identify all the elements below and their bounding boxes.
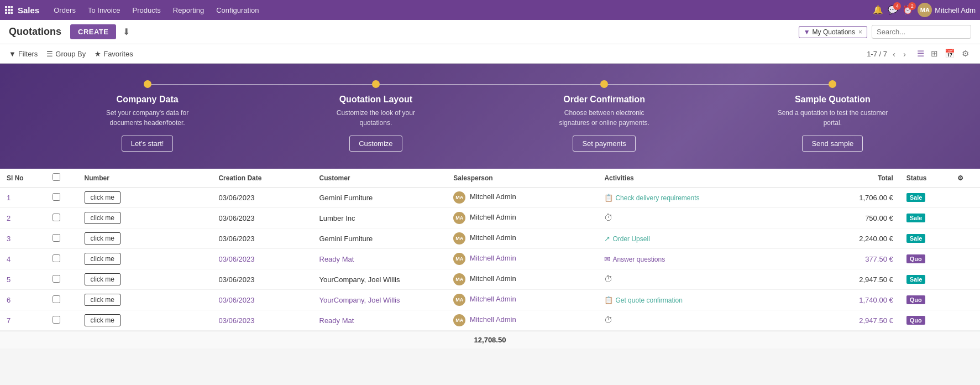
- cell-slno: 7: [0, 310, 46, 331]
- salesperson-avatar: MA: [453, 273, 465, 285]
- menu-orders[interactable]: Orders: [48, 4, 81, 17]
- search-tag-remove[interactable]: ×: [858, 28, 862, 36]
- menu-products[interactable]: Products: [127, 4, 166, 17]
- salesperson-avatar: MA: [453, 253, 465, 265]
- row-checkbox[interactable]: [53, 254, 60, 262]
- salesperson-name: Mitchell Admin: [470, 213, 516, 221]
- row-checkbox[interactable]: [53, 316, 60, 324]
- slno-value: 4: [7, 255, 11, 263]
- page-title: Quotations: [9, 26, 61, 38]
- apps-menu-icon[interactable]: [4, 6, 13, 14]
- user-avatar: MA: [918, 3, 932, 17]
- notification-icon[interactable]: 🔔: [873, 5, 883, 15]
- settings-view-icon[interactable]: ⚙: [960, 48, 971, 60]
- click-me-button[interactable]: click me: [85, 191, 120, 204]
- step-dot-2: [372, 80, 380, 88]
- cell-slno: 4: [0, 249, 46, 269]
- banner-step-sample: Sample Quotation Send a quotation to tes…: [719, 80, 947, 152]
- cell-total: 377.50 €: [816, 249, 900, 269]
- header-number[interactable]: Number: [78, 169, 212, 188]
- step-btn-4[interactable]: Send sample: [802, 136, 863, 152]
- kanban-view-icon[interactable]: ⊞: [929, 48, 940, 60]
- row-checkbox[interactable]: [53, 234, 60, 242]
- slno-value: 6: [7, 296, 11, 304]
- prev-page-icon[interactable]: ‹: [890, 48, 898, 60]
- search-tag-label: My Quotations: [813, 28, 855, 36]
- click-me-button[interactable]: click me: [85, 212, 120, 224]
- click-me-button[interactable]: click me: [85, 314, 120, 326]
- cell-salesperson: MA Mitchell Admin: [447, 228, 598, 249]
- cell-date: 03/06/2023: [212, 208, 312, 228]
- favorites-button[interactable]: ★ Favorites: [95, 50, 133, 58]
- filters-label: Filters: [18, 50, 38, 58]
- topnav-right: 🔔 💬 4 ⏰ 2 MA Mitchell Adm: [873, 3, 976, 17]
- cell-extra: [951, 208, 980, 228]
- cell-check: [46, 310, 78, 331]
- list-view-icon[interactable]: ☰: [915, 48, 926, 60]
- header-total[interactable]: Total: [816, 169, 900, 188]
- row-checkbox[interactable]: [53, 193, 60, 201]
- cell-extra: [951, 228, 980, 249]
- user-menu[interactable]: MA Mitchell Adm: [918, 3, 976, 17]
- click-me-button[interactable]: click me: [85, 273, 120, 285]
- cell-check: [46, 208, 78, 228]
- step-title-4: Sample Quotation: [795, 95, 871, 105]
- salesperson-name: Mitchell Admin: [470, 295, 516, 303]
- activity-icon: ↗: [604, 235, 610, 243]
- cell-salesperson: MA Mitchell Admin: [447, 208, 598, 228]
- salesperson-name: Mitchell Admin: [470, 254, 516, 262]
- cell-check: [46, 290, 78, 310]
- brand-label: Sales: [18, 6, 39, 15]
- search-input[interactable]: [872, 25, 971, 39]
- cell-customer: Ready Mat: [313, 249, 447, 269]
- cell-slno: 2: [0, 208, 46, 228]
- click-me-button[interactable]: click me: [85, 232, 120, 244]
- clock-icon[interactable]: ⏰ 2: [903, 5, 913, 15]
- create-button[interactable]: CREATE: [70, 24, 116, 39]
- salesperson-avatar: MA: [453, 314, 465, 326]
- header-salesperson[interactable]: Salesperson: [447, 169, 598, 188]
- header-settings[interactable]: ⚙: [951, 169, 980, 188]
- step-title-2: Quotation Layout: [339, 95, 412, 105]
- salesperson-name: Mitchell Admin: [470, 274, 516, 283]
- cell-slno: 6: [0, 290, 46, 310]
- cell-extra: [951, 188, 980, 208]
- menu-configuration[interactable]: Configuration: [211, 4, 264, 17]
- cell-activities: ⏱: [598, 269, 816, 290]
- header-customer[interactable]: Customer: [313, 169, 447, 188]
- cell-check: [46, 249, 78, 269]
- banner-step-confirmation: Order Confirmation Choose between electr…: [490, 80, 719, 152]
- row-checkbox[interactable]: [53, 295, 60, 303]
- chat-icon[interactable]: 💬 4: [888, 5, 898, 15]
- select-all-checkbox[interactable]: [53, 173, 60, 181]
- calendar-view-icon[interactable]: 📅: [942, 48, 957, 60]
- groupby-button[interactable]: ☰ Group By: [46, 50, 86, 58]
- filters-button[interactable]: ▼ Filters: [9, 50, 38, 58]
- cell-number: click me: [78, 310, 212, 331]
- cell-total: 1,740.00 €: [816, 290, 900, 310]
- salesperson-avatar: MA: [453, 232, 465, 244]
- clock-activity-icon: ⏱: [604, 315, 613, 325]
- top-menu: Orders To Invoice Products Reporting Con…: [48, 4, 871, 17]
- cell-salesperson: MA Mitchell Admin: [447, 310, 598, 331]
- cell-activities: ✉Answer questions: [598, 249, 816, 269]
- next-page-icon[interactable]: ›: [901, 48, 908, 60]
- step-btn-3[interactable]: Set payments: [573, 136, 636, 152]
- cell-salesperson: MA Mitchell Admin: [447, 188, 598, 208]
- header-activities[interactable]: Activities: [598, 169, 816, 188]
- click-me-button[interactable]: click me: [85, 294, 120, 306]
- step-btn-2[interactable]: Customize: [349, 136, 402, 152]
- click-me-button[interactable]: click me: [85, 253, 120, 265]
- cell-check: [46, 269, 78, 290]
- menu-to-invoice[interactable]: To Invoice: [82, 4, 126, 17]
- row-checkbox[interactable]: [53, 275, 60, 283]
- step-desc-1: Set your company's data for documents he…: [92, 108, 203, 128]
- header-date[interactable]: Creation Date: [212, 169, 312, 188]
- slno-value: 2: [7, 214, 11, 222]
- step-btn-1[interactable]: Let's start!: [122, 136, 174, 152]
- step-dot-1: [144, 80, 151, 88]
- menu-reporting[interactable]: Reporting: [167, 4, 209, 17]
- row-checkbox[interactable]: [53, 214, 60, 221]
- svg-rect-2: [11, 6, 13, 8]
- download-button[interactable]: ⬇: [120, 24, 132, 39]
